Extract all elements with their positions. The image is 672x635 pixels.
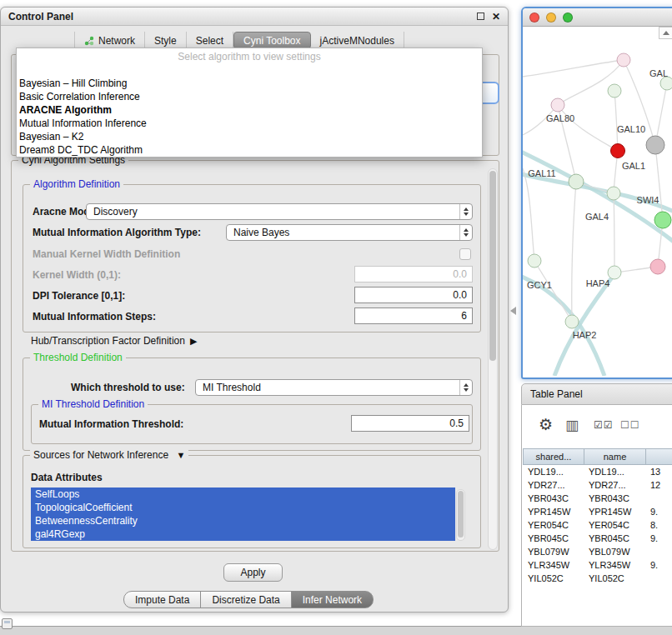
float-icon[interactable]	[477, 12, 484, 20]
network-node[interactable]	[608, 84, 621, 98]
table-row[interactable]: YPR145W YPR145W 9.	[524, 505, 672, 518]
list-scrollbar[interactable]	[456, 489, 465, 541]
network-node[interactable]	[607, 187, 620, 200]
network-node-red[interactable]	[611, 144, 625, 158]
cell-shared: YIL052C	[524, 572, 584, 585]
table-body: YDL19... YDL19... 13 YDR27... YDR27... 1…	[524, 465, 672, 585]
table-row[interactable]: YER054C YER054C 8.	[524, 518, 672, 532]
table-row[interactable]: YBL079W YBL079W	[524, 545, 672, 558]
table-panel-titlebar: Table Panel	[521, 383, 672, 405]
cell-shared: YBL079W	[524, 545, 584, 558]
network-node[interactable]	[569, 174, 584, 189]
close-button[interactable]	[529, 12, 539, 22]
network-view-window: GAL80 GAL10 GAL11 GAL1 SWI4 GAL4 GCY1 HA…	[521, 7, 672, 379]
network-canvas[interactable]: GAL80 GAL10 GAL11 GAL1 SWI4 GAL4 GCY1 HA…	[523, 27, 672, 376]
kernel-width-input[interactable]: 0.0	[354, 266, 473, 282]
tab-style[interactable]: Style	[145, 32, 187, 49]
zoom-button[interactable]	[563, 12, 573, 22]
bottom-tabbar: Impute Data Discretize Data Infer Networ…	[123, 591, 374, 608]
column-header-shared[interactable]: shared...	[523, 448, 584, 465]
scrollbar-thumb[interactable]	[489, 171, 496, 361]
tab-discretize-data[interactable]: Discretize Data	[200, 591, 291, 608]
table-row[interactable]: YDR27... YDR27... 12	[524, 478, 672, 492]
table-settings-gear-icon[interactable]: ⚙	[539, 415, 553, 434]
algorithm-dropdown-list: Select algorithm to view settings Bayesi…	[16, 48, 483, 158]
table-row[interactable]: YBR043C YBR043C	[524, 492, 672, 505]
list-item[interactable]: BetweennessCentrality	[31, 514, 455, 528]
tab-jactivemnodules[interactable]: jActiveMNodules	[311, 32, 404, 49]
tab-cyni-toolbox[interactable]: Cyni Toolbox	[233, 32, 310, 49]
node-label: GAL1	[622, 161, 645, 171]
algorithm-option[interactable]: Bayesian – K2	[17, 130, 482, 143]
hub-definition-expander[interactable]: Hub/Transcription Factor Definition▶	[31, 334, 197, 348]
list-item[interactable]: TopologicalCoefficient	[31, 501, 455, 514]
dpi-tolerance-input[interactable]: 0.0	[354, 287, 473, 303]
network-node-pink[interactable]	[650, 259, 665, 274]
table-row[interactable]: YIL052C YIL052C	[524, 572, 672, 585]
tab-label: Select	[196, 35, 223, 47]
panel-title: Table Panel	[530, 388, 583, 400]
network-node[interactable]	[617, 53, 630, 67]
deselect-all-columns-icon[interactable]: ☐☐	[620, 419, 640, 431]
cell-name: YDR27...	[584, 478, 646, 492]
network-node[interactable]	[528, 254, 541, 268]
aracne-mode-select[interactable]: Discovery	[86, 203, 473, 220]
node-label: GAL4	[585, 212, 609, 222]
node-label: GAL11	[528, 168, 555, 178]
tab-infer-network[interactable]: Infer Network	[291, 591, 374, 608]
cell-shared: YBR043C	[524, 492, 584, 505]
algorithm-option[interactable]: Mutual Information Inference	[17, 117, 482, 130]
algorithm-option-selected[interactable]: ARACNE Algorithm	[17, 103, 482, 117]
manual-kernel-width-checkbox[interactable]	[459, 248, 471, 260]
mi-algorithm-type-select[interactable]: Naive Bayes	[226, 224, 473, 241]
column-header-extra[interactable]	[645, 448, 672, 465]
network-node[interactable]	[551, 98, 564, 112]
network-node-gray[interactable]	[646, 136, 664, 154]
mi-threshold-input[interactable]: 0.5	[351, 415, 469, 432]
which-threshold-select[interactable]: MI Threshold	[195, 379, 473, 396]
table-row[interactable]: YBR045C YBR045C 9.	[524, 532, 672, 545]
tab-network[interactable]: Network	[74, 32, 145, 49]
data-attributes-list: SelfLoops TopologicalCoefficient Between…	[31, 488, 465, 544]
settings-scrollbar[interactable]	[488, 168, 498, 550]
docked-panel-icon[interactable]	[2, 618, 13, 629]
cell-shared: YPR145W	[524, 505, 584, 518]
tab-impute-data[interactable]: Impute Data	[123, 591, 201, 608]
algorithm-option[interactable]: Basic Correlation Inference	[17, 90, 482, 103]
table-row[interactable]: YDL19... YDL19... 13	[524, 465, 672, 478]
combo-arrows-icon	[459, 225, 472, 240]
algorithm-option[interactable]: Dream8 DC_TDC Algorithm	[17, 143, 482, 157]
cell-extra	[646, 545, 672, 558]
panel-collapse-icon[interactable]	[510, 307, 516, 315]
tab-label: Cyni Toolbox	[243, 35, 300, 47]
network-node[interactable]	[660, 77, 672, 90]
mi-algorithm-type-label: Mutual Information Algorithm Type:	[33, 226, 201, 239]
select-all-columns-icon[interactable]: ☑☑	[594, 419, 614, 431]
table-row[interactable]: YLR345W YLR345W 9.	[524, 558, 672, 572]
show-columns-icon[interactable]: ▥	[565, 417, 579, 434]
sources-expander[interactable]: Sources for Network Inference ▼	[30, 449, 188, 461]
scroll-up-button[interactable]	[659, 27, 672, 39]
selected-value: MI Threshold	[196, 382, 459, 393]
table-panel: Table Panel ⚙ ▥ ☑☑ ☐☐ shared... name YDL…	[521, 383, 672, 627]
network-node-green[interactable]	[654, 212, 671, 228]
combo-arrows-icon	[459, 204, 472, 219]
list-item[interactable]: SelfLoops	[31, 488, 455, 501]
network-node[interactable]	[608, 266, 621, 279]
network-graph[interactable]: GAL80 GAL10 GAL11 GAL1 SWI4 GAL4 GCY1 HA…	[523, 27, 672, 376]
cell-name: YBR043C	[584, 492, 646, 505]
minimize-button[interactable]	[546, 12, 556, 22]
window-title: Control Panel	[8, 11, 73, 22]
list-item[interactable]: gal4RGexp	[31, 528, 455, 541]
algorithm-option[interactable]: Bayesian – Hill Climbing	[17, 77, 482, 90]
tab-label: jActiveMNodules	[320, 35, 394, 47]
apply-button[interactable]: Apply	[223, 563, 283, 582]
tab-select[interactable]: Select	[187, 32, 233, 49]
cell-name: YBR045C	[584, 532, 646, 545]
column-header-name[interactable]: name	[584, 448, 646, 465]
network-node[interactable]	[565, 315, 579, 328]
mi-steps-input[interactable]: 6	[354, 308, 473, 324]
node-label: GAL80	[546, 113, 574, 123]
cell-extra	[646, 492, 672, 505]
close-icon[interactable]: ✕	[492, 12, 500, 22]
